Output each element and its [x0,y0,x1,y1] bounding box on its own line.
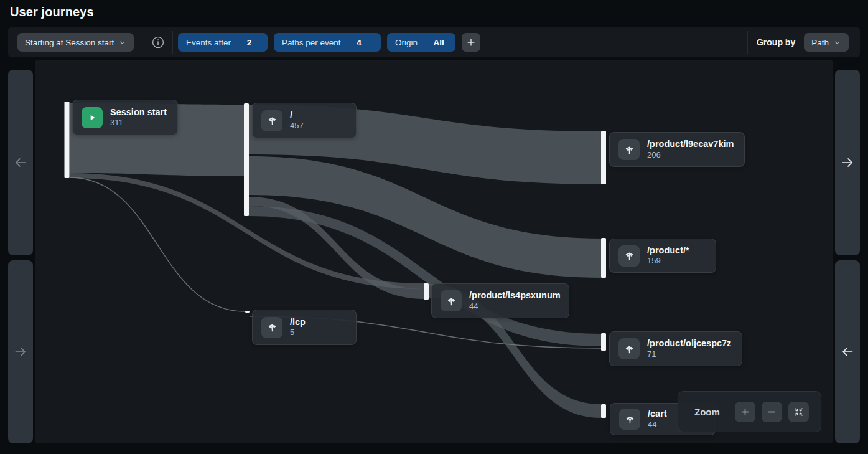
pan-right-bottom-button[interactable] [835,260,860,443]
toolbar-divider [747,31,748,54]
pan-left-bottom-button[interactable] [8,260,33,443]
filter-label: Events after [186,38,231,47]
route-icon [618,245,640,267]
node-label: /product/ls4psxunum [469,290,561,301]
filter-label: Origin [395,38,418,47]
node-session-start[interactable]: Session start 311 [72,100,178,135]
node-product-ls4psxunum[interactable]: /product/ls4psxunum 44 [431,283,569,318]
node-count: 206 [647,150,734,161]
plus-icon [739,406,751,418]
toolbar-divider [172,31,173,54]
node-count: 5 [290,328,306,338]
node-product-l9ecav7kim[interactable]: /product/l9ecav7kim 206 [609,132,745,167]
plus-icon [465,37,477,48]
play-icon [82,107,103,128]
node-product-oljcespc7z[interactable]: /product/oljcespc7z 71 [609,331,742,366]
node-root[interactable]: / 457 [252,103,357,138]
node-bar-cart[interactable] [601,404,606,418]
node-label: /product/oljcespc7z [647,338,731,349]
node-label: /product/l9ecav7kim [647,138,734,150]
starting-at-dropdown[interactable]: Starting at Session start [17,33,134,52]
node-bar-lcp[interactable] [245,311,250,313]
node-label: /cart [648,408,667,420]
filter-events-after[interactable]: Events after = 2 [178,33,268,52]
node-count: 44 [469,301,561,312]
arrow-left-icon [839,344,856,360]
add-filter-button[interactable] [462,33,480,52]
filter-value: All [434,38,444,47]
node-label: /lcp [290,316,306,328]
group-by-value: Path [811,38,829,47]
zoom-fit-button[interactable] [788,402,809,422]
filter-value: 2 [247,38,252,47]
route-icon [619,409,640,430]
group-by-label: Group by [757,37,795,47]
node-product-star[interactable]: /product/* 159 [609,239,716,273]
zoom-label: Zoom [694,407,720,417]
filter-origin[interactable]: Origin = All [387,33,455,52]
filter-operator: = [236,38,241,47]
page-title: User journeys [10,5,94,19]
node-lcp[interactable]: /lcp 5 [252,310,357,345]
node-count: 159 [647,256,689,267]
arrow-right-icon [12,344,29,360]
node-bar-product-star[interactable] [601,238,606,278]
node-count: 44 [648,420,667,430]
filter-operator: = [423,38,428,47]
node-bar-product-ls4psxunum[interactable] [424,283,429,300]
group-by-dropdown[interactable]: Path [804,33,849,52]
node-bar-root[interactable] [244,103,249,216]
route-icon [618,338,640,359]
filter-value: 4 [357,38,362,47]
node-count: 71 [647,349,731,360]
node-bar-product-l9ecav7kim[interactable] [601,131,606,184]
filter-paths-per-event[interactable]: Paths per event = 4 [274,33,381,52]
route-icon [441,290,462,311]
route-icon [618,139,640,160]
zoom-controls: Zoom [678,391,821,432]
filter-operator: = [347,38,352,47]
pan-left-top-button[interactable] [8,70,33,255]
route-icon [261,110,282,131]
node-label: /product/* [647,245,689,257]
info-icon[interactable] [151,35,165,49]
node-count: 457 [290,121,304,131]
node-label: Session start [110,106,167,118]
starting-at-dropdown-label: Starting at Session start [25,38,114,47]
node-bar-session-start[interactable] [65,102,70,178]
node-label: / [290,110,304,121]
chevron-down-icon [833,39,841,47]
zoom-in-button[interactable] [735,402,755,422]
node-count: 311 [110,118,167,128]
arrow-left-icon [12,154,29,171]
arrow-right-icon [839,154,856,171]
route-icon [261,317,282,338]
node-bar-product-oljcespc7z[interactable] [601,333,606,351]
compress-icon [793,406,805,418]
chevron-down-icon [118,39,126,47]
toolbar: Starting at Session start Events after =… [8,27,860,57]
filter-label: Paths per event [282,38,341,47]
zoom-out-button[interactable] [762,402,782,422]
pan-right-top-button[interactable] [835,70,860,255]
minus-icon [766,406,778,418]
